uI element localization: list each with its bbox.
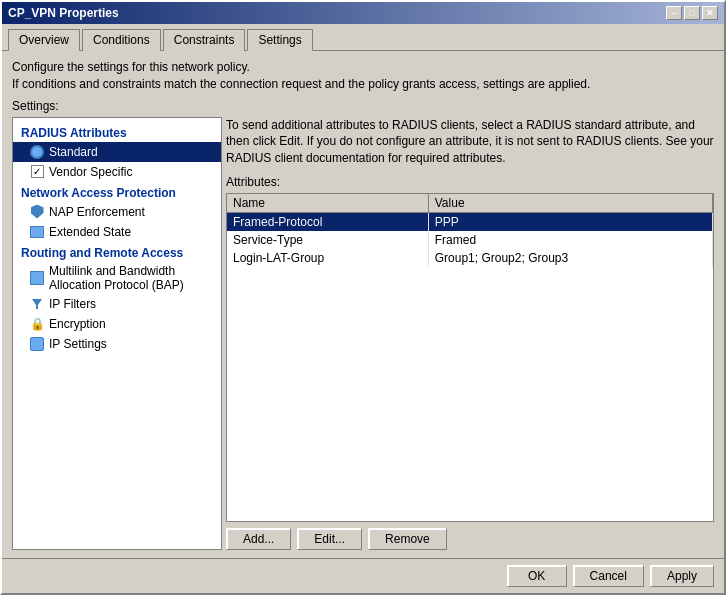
apply-button[interactable]: Apply (650, 565, 714, 587)
tab-overview[interactable]: Overview (8, 29, 80, 51)
nav-item-multilink[interactable]: Multilink and Bandwidth Allocation Proto… (13, 262, 221, 294)
table-row[interactable]: Login-LAT-Group Group1; Group2; Group3 (227, 249, 713, 267)
lock-icon: 🔒 (29, 316, 45, 332)
nav-item-vendor-specific[interactable]: ✓ Vendor Specific (13, 162, 221, 182)
description-line2: If conditions and constraints match the … (12, 76, 714, 93)
nav-item-ip-settings[interactable]: IP Settings (13, 334, 221, 354)
nav-item-multilink-label: Multilink and Bandwidth Allocation Proto… (49, 264, 213, 292)
attributes-table: Name Value Framed-Protocol PPP Service-T… (227, 194, 713, 267)
nav-item-ip-filters-label: IP Filters (49, 297, 96, 311)
close-button[interactable]: ✕ (702, 6, 718, 20)
title-bar: CP_VPN Properties ─ □ ✕ (2, 2, 724, 24)
nav-item-encryption-label: Encryption (49, 317, 106, 331)
nav-item-nap-label: NAP Enforcement (49, 205, 145, 219)
table-header-row: Name Value (227, 194, 713, 213)
description-line1: Configure the settings for this network … (12, 59, 714, 76)
description-block: Configure the settings for this network … (12, 59, 714, 93)
footer: OK Cancel Apply (2, 558, 724, 593)
section-header-radius: RADIUS Attributes (13, 122, 221, 142)
row-name: Login-LAT-Group (227, 249, 428, 267)
nav-item-encryption[interactable]: 🔒 Encryption (13, 314, 221, 334)
nav-item-extended-state[interactable]: Extended State (13, 222, 221, 242)
tab-settings[interactable]: Settings (247, 29, 312, 51)
row-value: PPP (428, 212, 712, 231)
remove-button[interactable]: Remove (368, 528, 447, 550)
edit-button[interactable]: Edit... (297, 528, 362, 550)
row-value: Group1; Group2; Group3 (428, 249, 712, 267)
nav-item-ip-settings-label: IP Settings (49, 337, 107, 351)
right-description: To send additional attributes to RADIUS … (226, 117, 714, 167)
column-header-name: Name (227, 194, 428, 213)
ok-button[interactable]: OK (507, 565, 567, 587)
nav-item-standard[interactable]: Standard (13, 142, 221, 162)
computer-icon (29, 224, 45, 240)
right-panel: To send additional attributes to RADIUS … (226, 117, 714, 550)
globe-icon (29, 144, 45, 160)
maximize-button[interactable]: □ (684, 6, 700, 20)
minimize-button[interactable]: ─ (666, 6, 682, 20)
main-window: CP_VPN Properties ─ □ ✕ Overview Conditi… (0, 0, 726, 595)
row-value: Framed (428, 231, 712, 249)
nav-item-vendor-label: Vendor Specific (49, 165, 132, 179)
attributes-label: Attributes: (226, 175, 714, 189)
checkbox-icon: ✓ (29, 164, 45, 180)
nav-item-standard-label: Standard (49, 145, 98, 159)
row-name: Service-Type (227, 231, 428, 249)
content-area: Configure the settings for this network … (2, 51, 724, 558)
window-title: CP_VPN Properties (8, 6, 119, 20)
ip-settings-icon (29, 336, 45, 352)
settings-label: Settings: (12, 99, 714, 113)
tab-constraints[interactable]: Constraints (163, 29, 246, 51)
column-header-value: Value (428, 194, 712, 213)
cancel-button[interactable]: Cancel (573, 565, 644, 587)
section-header-nap: Network Access Protection (13, 182, 221, 202)
row-name: Framed-Protocol (227, 212, 428, 231)
add-button[interactable]: Add... (226, 528, 291, 550)
svg-marker-0 (32, 299, 42, 309)
multilink-icon (29, 270, 45, 286)
nav-item-nap-enforcement[interactable]: NAP Enforcement (13, 202, 221, 222)
filter-icon (29, 296, 45, 312)
title-bar-buttons: ─ □ ✕ (666, 6, 718, 20)
table-row[interactable]: Service-Type Framed (227, 231, 713, 249)
nav-item-ip-filters[interactable]: IP Filters (13, 294, 221, 314)
shield-icon (29, 204, 45, 220)
nav-item-extended-label: Extended State (49, 225, 131, 239)
attributes-button-row: Add... Edit... Remove (226, 528, 714, 550)
attributes-table-container: Name Value Framed-Protocol PPP Service-T… (226, 193, 714, 522)
table-row[interactable]: Framed-Protocol PPP (227, 212, 713, 231)
left-nav-panel: RADIUS Attributes Standard ✓ Vendor Spec… (12, 117, 222, 550)
section-header-routing: Routing and Remote Access (13, 242, 221, 262)
main-area: RADIUS Attributes Standard ✓ Vendor Spec… (12, 117, 714, 550)
tab-conditions[interactable]: Conditions (82, 29, 161, 51)
tab-bar: Overview Conditions Constraints Settings (2, 24, 724, 51)
